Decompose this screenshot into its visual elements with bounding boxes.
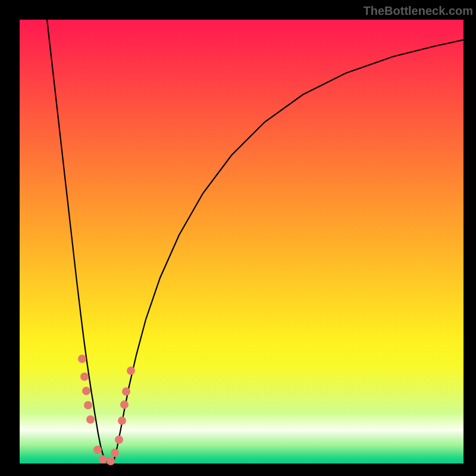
data-point-dot bbox=[78, 355, 86, 363]
data-point-dot bbox=[122, 387, 130, 396]
data-point-dot bbox=[107, 457, 115, 465]
data-point-dot bbox=[84, 401, 92, 409]
bottleneck-curve bbox=[20, 20, 464, 464]
data-point-dot bbox=[111, 449, 119, 457]
data-point-dot bbox=[99, 455, 107, 464]
data-point-dot bbox=[115, 436, 123, 444]
data-point-dot bbox=[80, 372, 89, 381]
data-point-dot bbox=[118, 416, 126, 425]
data-point-dot bbox=[82, 387, 90, 395]
chart-frame: TheBottleneck.com bbox=[0, 0, 476, 476]
data-point-dot bbox=[127, 367, 135, 375]
data-point-dot bbox=[93, 446, 102, 454]
watermark-label: TheBottleneck.com bbox=[364, 4, 473, 18]
data-point-dot bbox=[86, 415, 95, 424]
data-point-dot bbox=[120, 400, 129, 409]
